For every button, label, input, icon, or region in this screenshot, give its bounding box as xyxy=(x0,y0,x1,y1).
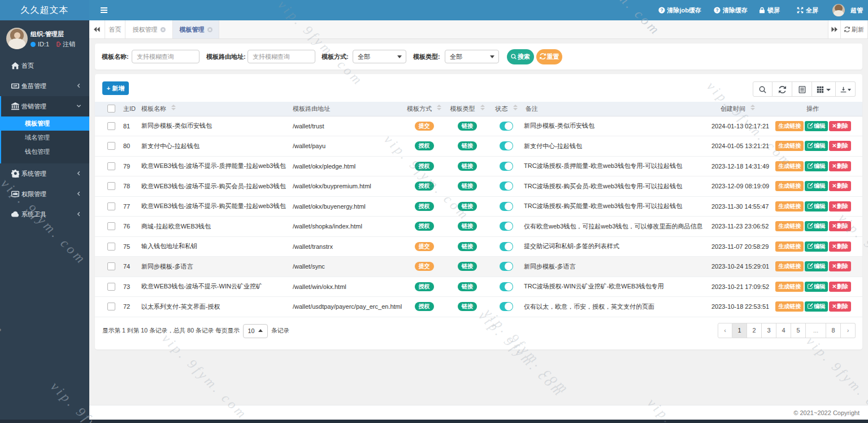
svg-text:?: ? xyxy=(715,8,718,13)
svg-text:?: ? xyxy=(660,8,663,13)
